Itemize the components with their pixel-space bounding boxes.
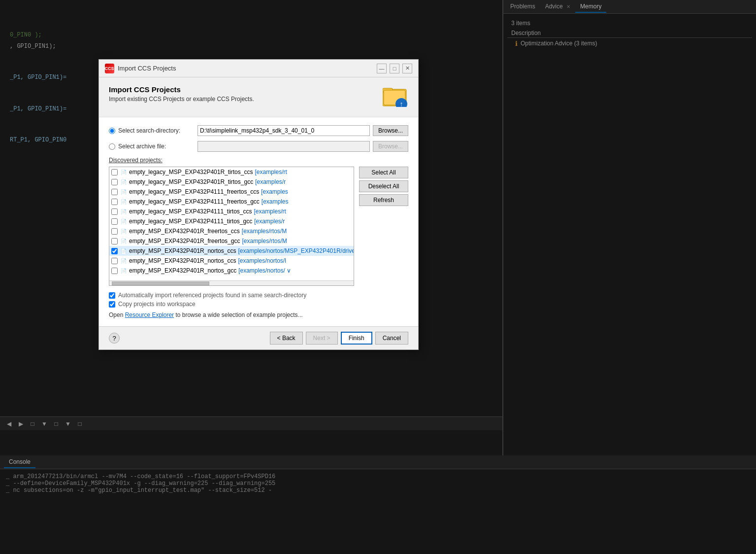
project-checkbox-3[interactable] bbox=[111, 199, 118, 205]
projects-list[interactable]: 📄 empty_legacy_MSP_EXP432P401R_tirtos_cc… bbox=[109, 167, 354, 280]
project-file-icon: 📄 bbox=[120, 217, 128, 225]
project-action-buttons: Select All Deselect All Refresh bbox=[359, 167, 408, 286]
refresh-button[interactable]: Refresh bbox=[359, 194, 408, 206]
search-directory-browse-button[interactable]: Browse... bbox=[373, 125, 408, 136]
cancel-button[interactable]: Cancel bbox=[375, 332, 408, 345]
dialog-body: Select search-directory: Browse... Selec… bbox=[99, 117, 418, 326]
resource-explorer-link[interactable]: Resource Explorer bbox=[125, 312, 174, 318]
dialog-header-folder-icon: ↑ bbox=[383, 85, 408, 111]
project-file-icon: 📄 bbox=[120, 168, 128, 176]
ccs-logo-icon: CCS bbox=[105, 64, 114, 73]
open-resource-row: Open Resource Explorer to browse a wide … bbox=[109, 312, 408, 318]
project-file-icon: 📄 bbox=[120, 208, 128, 215]
footer-right: < Back Next > Finish Cancel bbox=[270, 332, 408, 345]
project-checkbox-1[interactable] bbox=[111, 179, 118, 185]
project-item[interactable]: 📄 empty_legacy_MSP_EXP432P401R_tirtos_cc… bbox=[109, 167, 354, 177]
copy-projects-checkbox[interactable] bbox=[109, 301, 115, 308]
project-item[interactable]: 📄 empty_MSP_EXP432P401R_freertos_gcc [ex… bbox=[109, 236, 354, 246]
project-file-icon: 📄 bbox=[120, 178, 128, 186]
project-item[interactable]: 📄 empty_legacy_MSP_EXP432P401R_tirtos_gc… bbox=[109, 177, 354, 187]
project-checkbox-2[interactable] bbox=[111, 189, 118, 195]
project-item[interactable]: 📄 empty_legacy_MSP_EXP432P4111_tirtos_cc… bbox=[109, 207, 354, 216]
archive-file-radio[interactable] bbox=[109, 143, 115, 150]
project-checkbox-8[interactable] bbox=[111, 248, 118, 254]
deselect-all-button[interactable]: Deselect All bbox=[359, 180, 408, 192]
projects-horizontal-scrollbar[interactable] bbox=[109, 280, 354, 285]
svg-text:↑: ↑ bbox=[400, 100, 403, 107]
help-button[interactable]: ? bbox=[109, 333, 120, 344]
project-checkbox-7[interactable] bbox=[111, 238, 118, 244]
archive-file-radio-label[interactable]: Select archive file: bbox=[109, 143, 197, 150]
project-file-icon: 📄 bbox=[120, 267, 128, 275]
auto-import-row: Automatically import referenced projects… bbox=[109, 292, 408, 299]
select-all-button[interactable]: Select All bbox=[359, 167, 408, 178]
project-item[interactable]: 📄 empty_MSP_EXP432P401R_freertos_ccs [ex… bbox=[109, 226, 354, 236]
search-directory-row: Select search-directory: Browse... bbox=[109, 125, 408, 136]
back-button[interactable]: < Back bbox=[270, 332, 303, 345]
project-checkbox-0[interactable] bbox=[111, 169, 118, 175]
discovered-projects-label: Discovered projects: bbox=[109, 157, 408, 164]
project-file-icon: 📄 bbox=[120, 247, 128, 255]
finish-button[interactable]: Finish bbox=[341, 332, 372, 345]
project-item[interactable]: 📄 empty_legacy_MSP_EXP432P4111_freertos_… bbox=[109, 197, 354, 207]
dialog-titlebar: CCS Import CCS Projects — □ ✕ bbox=[99, 60, 418, 77]
archive-file-input[interactable] bbox=[197, 141, 370, 152]
dialog-ccs-icon: CCS bbox=[105, 64, 114, 73]
project-file-icon: 📄 bbox=[120, 257, 128, 265]
next-button[interactable]: Next > bbox=[306, 332, 338, 345]
auto-import-checkbox[interactable] bbox=[109, 292, 115, 299]
dialog-header-title: Import CCS Projects bbox=[109, 85, 254, 94]
dialog-header: Import CCS Projects Import existing CCS … bbox=[99, 77, 418, 117]
project-checkbox-9[interactable] bbox=[111, 258, 118, 264]
project-checkbox-4[interactable] bbox=[111, 208, 118, 215]
search-directory-input[interactable] bbox=[197, 125, 370, 136]
close-button[interactable]: ✕ bbox=[402, 64, 412, 73]
project-item-checked[interactable]: 📄 empty_MSP_EXP432P401R_nortos_ccs [exam… bbox=[109, 246, 354, 256]
dialog-header-text: Import CCS Projects Import existing CCS … bbox=[109, 85, 254, 103]
maximize-button[interactable]: □ bbox=[390, 64, 399, 73]
project-file-icon: 📄 bbox=[120, 227, 128, 235]
import-ccs-dialog: CCS Import CCS Projects — □ ✕ Import CCS… bbox=[99, 59, 419, 350]
project-checkbox-6[interactable] bbox=[111, 228, 118, 235]
minimize-button[interactable]: — bbox=[377, 64, 387, 73]
copy-projects-row: Copy projects into workspace bbox=[109, 301, 408, 308]
search-directory-radio-label[interactable]: Select search-directory: bbox=[109, 127, 197, 134]
projects-area: 📄 empty_legacy_MSP_EXP432P401R_tirtos_cc… bbox=[109, 167, 408, 286]
archive-file-browse-button[interactable]: Browse... bbox=[373, 141, 408, 152]
project-item[interactable]: 📄 empty_MSP_EXP432P401R_nortos_ccs [exam… bbox=[109, 256, 354, 266]
projects-list-container: 📄 empty_legacy_MSP_EXP432P401R_tirtos_cc… bbox=[109, 167, 354, 286]
footer-left: ? bbox=[109, 333, 120, 344]
search-directory-radio[interactable] bbox=[109, 128, 115, 134]
project-item[interactable]: 📄 empty_legacy_MSP_EXP432P4111_tirtos_gc… bbox=[109, 216, 354, 226]
folder-icon: ↑ bbox=[383, 85, 408, 107]
dialog-header-subtitle: Import existing CCS Projects or example … bbox=[109, 96, 254, 103]
project-item[interactable]: 📄 empty_MSP_EXP432P401R_nortos_gcc [exam… bbox=[109, 266, 354, 276]
project-file-icon: 📄 bbox=[120, 198, 128, 206]
dialog-title-text: Import CCS Projects bbox=[118, 65, 377, 72]
project-item[interactable]: 📄 empty_legacy_MSP_EXP432P4111_freertos_… bbox=[109, 187, 354, 197]
project-file-icon: 📄 bbox=[120, 188, 128, 196]
project-checkbox-10[interactable] bbox=[111, 268, 118, 274]
dialog-footer: ? < Back Next > Finish Cancel bbox=[99, 326, 418, 349]
project-checkbox-5[interactable] bbox=[111, 218, 118, 225]
project-file-icon: 📄 bbox=[120, 237, 128, 245]
dialog-titlebar-controls: — □ ✕ bbox=[377, 64, 412, 73]
archive-file-row: Select archive file: Browse... bbox=[109, 141, 408, 152]
